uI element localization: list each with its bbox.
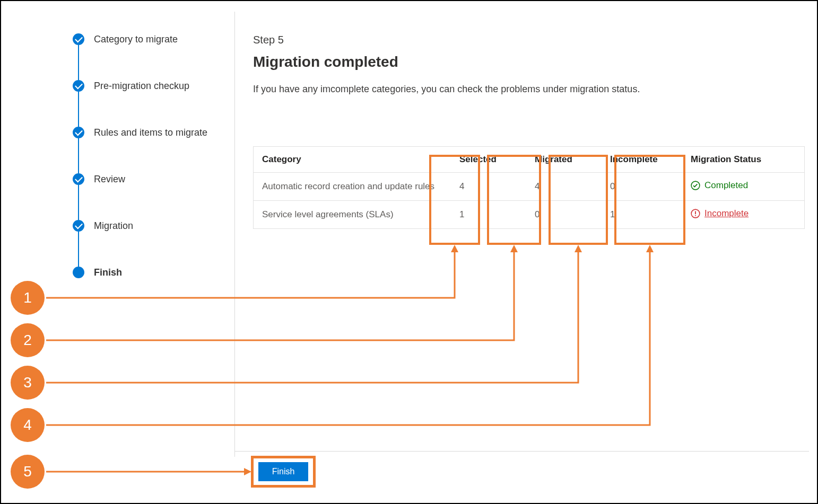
annotation-callout-3: 3 xyxy=(11,366,45,400)
status-completed: Completed xyxy=(691,180,748,191)
col-migration-status: Migration Status xyxy=(682,147,805,173)
main-content: Step 5 Migration completed If you have a… xyxy=(253,34,794,96)
step-migration[interactable]: Migration xyxy=(73,218,232,233)
finish-button[interactable]: Finish xyxy=(258,462,308,481)
svg-marker-5 xyxy=(510,245,518,252)
table-row: Service level agreements (SLAs) 1 0 1 In… xyxy=(254,201,805,229)
col-migrated: Migrated xyxy=(526,147,602,173)
step-label: Category to migrate xyxy=(94,34,178,45)
cell-category: Automatic record creation and update rul… xyxy=(254,173,451,201)
annotation-callout-1: 1 xyxy=(11,281,45,315)
step-finish[interactable]: Finish xyxy=(73,265,232,280)
check-icon xyxy=(73,173,84,185)
step-label: Finish xyxy=(94,267,122,278)
page-subtitle: If you have any imcomplete categories, y… xyxy=(253,82,693,96)
step-pre-migration-checkup[interactable]: Pre-migration checkup xyxy=(73,78,232,93)
annotation-callout-5: 5 xyxy=(11,455,45,489)
cell-migrated: 0 xyxy=(526,201,602,229)
cell-migrated: 4 xyxy=(526,173,602,201)
annotation-callout-2: 2 xyxy=(11,323,45,357)
step-review[interactable]: Review xyxy=(73,172,232,187)
step-label: Migration xyxy=(94,220,133,232)
footer-divider xyxy=(234,451,809,452)
check-icon xyxy=(73,33,84,45)
cell-selected: 1 xyxy=(451,201,526,229)
cell-category: Service level agreements (SLAs) xyxy=(254,201,451,229)
circle-icon xyxy=(73,267,84,278)
step-label: Pre-migration checkup xyxy=(94,81,189,92)
success-icon xyxy=(691,181,700,190)
svg-point-3 xyxy=(695,215,696,216)
status-incomplete[interactable]: Incomplete xyxy=(691,208,749,219)
annotation-callout-4: 4 xyxy=(11,408,45,442)
cell-incomplete: 0 xyxy=(602,173,682,201)
check-icon xyxy=(73,80,84,92)
cell-incomplete: 1 xyxy=(602,201,682,229)
wizard-stepper: Category to migrate Pre-migration checku… xyxy=(73,32,232,280)
table-header-row: Category Selected Migrated Incomplete Mi… xyxy=(254,147,805,173)
svg-marker-4 xyxy=(451,245,458,252)
col-selected: Selected xyxy=(451,147,526,173)
step-rules-and-items[interactable]: Rules and items to migrate xyxy=(73,125,232,140)
vertical-divider xyxy=(234,12,235,457)
error-icon xyxy=(691,209,700,218)
svg-marker-7 xyxy=(646,245,654,252)
step-label: Review xyxy=(94,174,125,185)
migration-status-table: Category Selected Migrated Incomplete Mi… xyxy=(253,146,805,229)
cell-selected: 4 xyxy=(451,173,526,201)
col-category: Category xyxy=(254,147,451,173)
table-row: Automatic record creation and update rul… xyxy=(254,173,805,201)
cell-status: Completed xyxy=(682,173,805,201)
col-incomplete: Incomplete xyxy=(602,147,682,173)
step-category-to-migrate[interactable]: Category to migrate xyxy=(73,32,232,47)
cell-status: Incomplete xyxy=(682,201,805,229)
svg-marker-6 xyxy=(575,245,582,252)
svg-marker-8 xyxy=(244,468,251,475)
step-label: Rules and items to migrate xyxy=(94,127,207,138)
status-label[interactable]: Incomplete xyxy=(704,208,749,219)
check-icon xyxy=(73,127,84,138)
page-title: Migration completed xyxy=(253,54,794,70)
check-icon xyxy=(73,220,84,232)
status-label: Completed xyxy=(704,180,748,191)
step-number-label: Step 5 xyxy=(253,34,794,46)
